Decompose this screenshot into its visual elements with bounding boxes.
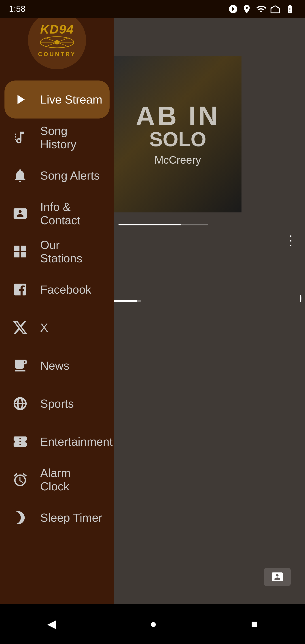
wifi-icon — [255, 4, 266, 14]
progress-bar[interactable] — [118, 224, 208, 226]
menu-item-song-history[interactable]: Song History — [0, 118, 114, 156]
menu-item-song-alerts[interactable]: Song Alerts — [0, 156, 114, 194]
menu-item-x[interactable]: X — [0, 308, 114, 346]
moon-icon — [11, 509, 29, 526]
status-icons — [228, 4, 296, 14]
contact-icon[interactable] — [264, 568, 291, 586]
logo-country-text: COUNTRY — [38, 51, 76, 58]
menu-label-song-alerts: Song Alerts — [40, 169, 100, 182]
volume-bar[interactable] — [114, 300, 141, 302]
album-artist: McCreery — [154, 154, 201, 166]
status-bar: 1:58 — [0, 0, 305, 18]
navigation-drawer: KD94 COUNTRY Live Stream — [0, 0, 114, 604]
menu-label-facebook: Facebook — [40, 283, 91, 296]
menu-label-news: News — [40, 359, 69, 372]
status-time: 1:58 — [9, 4, 26, 14]
bell-icon — [11, 166, 29, 184]
menu-item-news[interactable]: News — [0, 346, 114, 384]
logo-inner: KD94 COUNTRY — [38, 23, 76, 58]
more-dots-icon[interactable]: ⋮ — [284, 233, 298, 248]
battery-icon — [284, 4, 296, 14]
basketball-icon — [11, 395, 29, 412]
menu-item-sports[interactable]: Sports — [0, 384, 114, 422]
menu-label-live-stream: Live Stream — [40, 93, 102, 106]
svg-point-5 — [55, 40, 59, 44]
play-circle-icon — [228, 4, 238, 14]
menu-item-entertainment[interactable]: Entertainment — [0, 422, 114, 461]
menu-item-sleep-timer[interactable]: Sleep Timer — [0, 499, 114, 537]
signal-icon — [270, 4, 280, 14]
menu-label-our-stations: Our Stations — [40, 238, 103, 265]
menu-label-sports: Sports — [40, 397, 74, 410]
location-icon — [242, 4, 252, 14]
grid-icon — [11, 242, 29, 260]
newspaper-icon — [11, 357, 29, 374]
menu-label-x: X — [40, 321, 48, 334]
ticket-icon — [11, 433, 29, 450]
alarm-clock-icon — [11, 471, 29, 488]
more-options-button[interactable]: ⋮ — [284, 232, 298, 248]
music-note-list-icon — [11, 128, 29, 146]
contact-card-icon — [268, 570, 286, 584]
contact-card-menu-icon — [11, 204, 29, 222]
volume-fill — [114, 300, 137, 302]
menu-item-alarm-clock[interactable]: Alarm Clock — [0, 461, 114, 499]
menu-item-facebook[interactable]: Facebook — [0, 270, 114, 308]
logo-kd94-text: KD94 — [38, 23, 76, 36]
album-text-line1: AB IN — [136, 102, 220, 129]
volume-slider-area[interactable] — [114, 298, 305, 304]
menu-label-alarm-clock: Alarm Clock — [40, 466, 103, 493]
recents-button[interactable]: ■ — [251, 618, 258, 630]
logo-circle: KD94 COUNTRY — [28, 11, 86, 69]
menu-item-info-contact[interactable]: Info & Contact — [0, 194, 114, 232]
menu-label-song-history: Song History — [40, 124, 103, 151]
menu-item-live-stream[interactable]: Live Stream — [4, 80, 110, 118]
progress-bar-container[interactable] — [114, 224, 210, 226]
back-button[interactable]: ◀ — [47, 618, 56, 630]
contact-icon-area[interactable] — [264, 568, 291, 586]
album-art: AB IN SOLO McCreery — [114, 56, 242, 212]
logo-wheel-icon — [39, 36, 75, 49]
menu-label-info-contact: Info & Contact — [40, 200, 103, 227]
facebook-icon — [11, 281, 29, 298]
home-button[interactable]: ● — [150, 618, 157, 630]
volume-thumb[interactable] — [300, 295, 302, 302]
menu-label-sleep-timer: Sleep Timer — [40, 511, 102, 524]
navigation-bar: ◀ ● ■ — [0, 604, 305, 644]
menu-item-our-stations[interactable]: Our Stations — [0, 232, 114, 270]
album-text-line2: SOLO — [149, 129, 206, 149]
play-icon — [11, 90, 29, 108]
menu-label-entertainment: Entertainment — [40, 435, 113, 448]
progress-fill — [118, 224, 181, 226]
x-twitter-icon — [11, 319, 29, 336]
